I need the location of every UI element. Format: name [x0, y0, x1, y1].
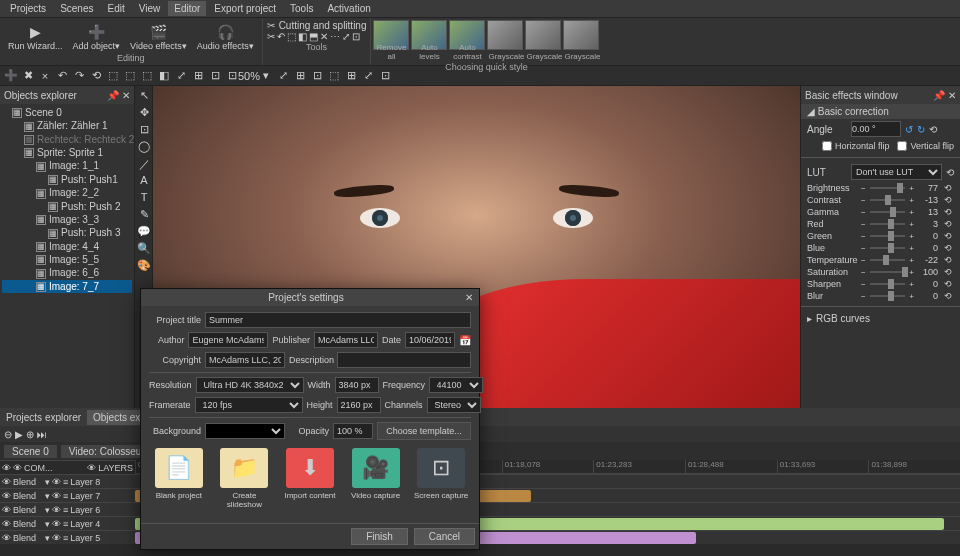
channels-select[interactable]: Stereo [427, 397, 481, 413]
slider-gamma[interactable] [870, 211, 906, 213]
tree-item[interactable]: ▦Image: 6_6 [2, 266, 132, 279]
angle-input[interactable] [851, 121, 901, 137]
eye-icon[interactable]: 👁 [52, 491, 61, 501]
eye-icon[interactable]: 👁 [52, 519, 61, 529]
close-icon[interactable]: ✕ [465, 292, 473, 303]
action-icon[interactable]: ⟲ [89, 69, 103, 83]
canvas-tool-icon[interactable]: ↖ [137, 89, 151, 103]
tool-icon[interactable]: ◧ [298, 31, 307, 42]
action-icon[interactable]: ◧ [157, 69, 171, 83]
layer-name[interactable]: Layer 8 [70, 477, 100, 487]
action-icon[interactable]: ↷ [72, 69, 86, 83]
tree-item[interactable]: ▦Image: 1_1 [2, 159, 132, 172]
tool-icon[interactable]: ⬚ [287, 31, 296, 42]
menu-tools[interactable]: Tools [284, 1, 319, 16]
menu-view[interactable]: View [133, 1, 167, 16]
background-select[interactable] [205, 423, 285, 439]
tree-item[interactable]: ▦Rechteck: Rechteck 2 [2, 133, 132, 146]
action-icon[interactable]: ⊡ [310, 69, 324, 83]
ribbon-video-effects-[interactable]: 🎬Video effects▾ [126, 20, 191, 53]
quickstyle-grayscale[interactable]: Grayscale [487, 20, 523, 50]
tree-item[interactable]: ▦Image: 7_7 [2, 280, 132, 293]
close-icon[interactable]: ✕ [948, 90, 956, 101]
menu-scenes[interactable]: Scenes [54, 1, 99, 16]
action-icon[interactable]: ⊞ [293, 69, 307, 83]
basic-correction-header[interactable]: Basic correction [818, 106, 889, 117]
tool-icon[interactable]: ↶ [277, 31, 285, 42]
action-icon[interactable]: ⤢ [361, 69, 375, 83]
play-icon[interactable]: ▶ [15, 429, 23, 440]
action-icon[interactable]: ⬚ [140, 69, 154, 83]
layer-name[interactable]: Layer 6 [70, 505, 100, 515]
eye-icon[interactable]: 👁 [52, 477, 61, 487]
reset-icon[interactable]: ⟲ [942, 231, 954, 241]
scissors-icon[interactable]: ✂ [267, 20, 275, 31]
slider-brightness[interactable] [870, 187, 906, 189]
eye-icon[interactable]: 👁 [2, 533, 11, 543]
pin-icon[interactable]: 📌 [933, 90, 945, 101]
slider-sharpen[interactable] [870, 283, 906, 285]
rotate-ccw-icon[interactable]: ↺ [905, 124, 913, 135]
reset-icon[interactable]: ⟲ [929, 124, 937, 135]
publisher-input[interactable] [314, 332, 378, 348]
action-icon[interactable]: ↶ [55, 69, 69, 83]
action-icon[interactable]: ⬚ [327, 69, 341, 83]
tree-item[interactable]: ▦Sprite: Sprite 1 [2, 146, 132, 159]
reset-icon[interactable]: ⟲ [942, 207, 954, 217]
canvas-tool-icon[interactable]: ✥ [137, 106, 151, 120]
slider-temperature[interactable] [870, 259, 906, 261]
eye-icon[interactable]: 👁 [2, 477, 11, 487]
lower-tab[interactable]: Projects explorer [0, 410, 87, 425]
hflip-check[interactable] [822, 141, 832, 151]
reset-icon[interactable]: ⟲ [942, 291, 954, 301]
rgb-curves-header[interactable]: RGB curves [816, 313, 870, 324]
finish-button[interactable]: Finish [351, 528, 408, 545]
slider-saturation[interactable] [870, 271, 906, 273]
tree-item[interactable]: ▦Push: Push 3 [2, 226, 132, 239]
action-icon[interactable]: ⊡ [208, 69, 222, 83]
tool-icon[interactable]: ⤢ [342, 31, 350, 42]
choose-template-button[interactable]: Choose template... [377, 422, 471, 440]
calendar-icon[interactable]: 📅 [459, 335, 471, 346]
description-input[interactable] [337, 352, 471, 368]
canvas-tool-icon[interactable]: A [137, 174, 151, 188]
quickstyle-grayscale[interactable]: Grayscale [525, 20, 561, 50]
card-screen-capture[interactable]: ⊡Screen capture [411, 448, 471, 509]
canvas-tool-icon[interactable]: ◯ [137, 140, 151, 154]
next-icon[interactable]: ⊕ [26, 429, 34, 440]
reset-icon[interactable]: ⟲ [942, 183, 954, 193]
action-icon[interactable]: ▾ [259, 69, 273, 83]
action-icon[interactable]: ⊞ [191, 69, 205, 83]
framerate-select[interactable]: 120 fps [195, 397, 303, 413]
quickstyle-auto-contrast[interactable]: Auto contrast [449, 20, 485, 50]
tool-icon[interactable]: ⬒ [309, 31, 318, 42]
reset-icon[interactable]: ⟲ [942, 279, 954, 289]
action-icon[interactable]: ⬚ [123, 69, 137, 83]
canvas-tool-icon[interactable]: 🔍 [137, 242, 151, 256]
card-import-content[interactable]: ⬇Import content [280, 448, 340, 509]
action-icon[interactable]: × [38, 69, 52, 83]
action-icon[interactable]: ⤢ [174, 69, 188, 83]
action-icon[interactable]: ⊡ [225, 69, 239, 83]
layer-name[interactable]: Layer 5 [70, 533, 100, 543]
tree-item[interactable]: ▦Image: 5_5 [2, 253, 132, 266]
slider-red[interactable] [870, 223, 906, 225]
tool-icon[interactable]: ✕ [320, 31, 328, 42]
slider-blue[interactable] [870, 247, 906, 249]
canvas-tool-icon[interactable]: ／ [137, 157, 151, 171]
opacity-input[interactable] [333, 423, 373, 439]
menu-edit[interactable]: Edit [101, 1, 130, 16]
date-input[interactable] [405, 332, 455, 348]
card-create-slideshow[interactable]: 📁Create slideshow [215, 448, 275, 509]
reset-icon[interactable]: ⟲ [942, 267, 954, 277]
eye-icon[interactable]: 👁 [52, 505, 61, 515]
copyright-input[interactable] [205, 352, 285, 368]
reset-icon[interactable]: ⟲ [946, 167, 954, 178]
slider-contrast[interactable] [870, 199, 906, 201]
end-icon[interactable]: ⏭ [37, 429, 47, 440]
action-icon[interactable]: ➕ [4, 69, 18, 83]
eye-icon[interactable]: 👁 [2, 519, 11, 529]
menu-export-project[interactable]: Export project [208, 1, 282, 16]
tree-item[interactable]: ▦Image: 3_3 [2, 213, 132, 226]
menu-editor[interactable]: Editor [168, 1, 206, 16]
